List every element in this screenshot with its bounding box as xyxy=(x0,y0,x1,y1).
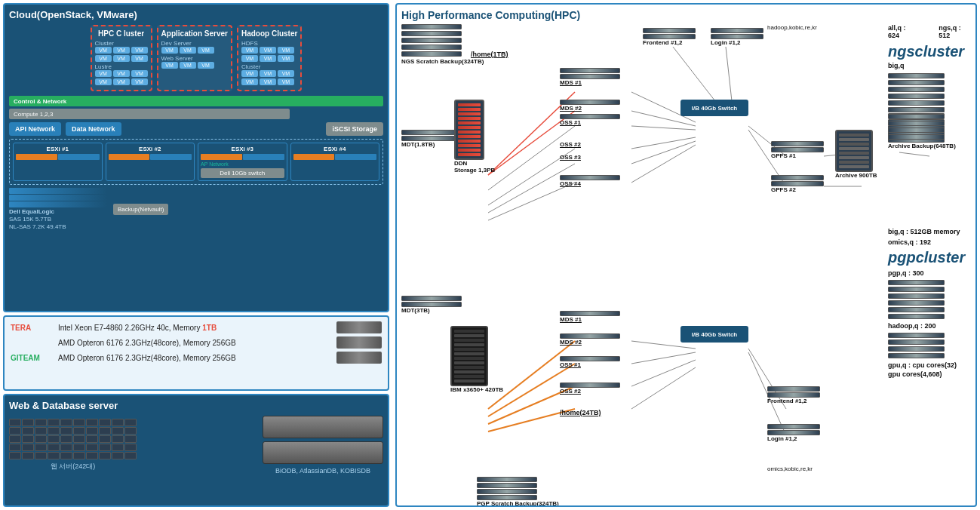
rack-unit xyxy=(458,112,481,115)
svg-line-25 xyxy=(631,360,696,386)
mdt3tb-server xyxy=(401,296,462,307)
mds2-bot-label: MDS #2 xyxy=(560,339,620,346)
rack-unit xyxy=(454,366,484,369)
server-unit xyxy=(124,427,137,435)
frontend-label: Frontend #1,2 xyxy=(643,39,696,46)
cluster-boxes-row: HPC C luster Cluster VM VM VM VM VM VM L… xyxy=(9,25,383,91)
vm-grid-app1: VM VM VM xyxy=(161,47,228,54)
rack-unit xyxy=(458,140,481,143)
server-unit xyxy=(48,435,60,443)
db-server-image-2 xyxy=(263,441,383,464)
rack-unit xyxy=(839,165,869,168)
server-image-1 xyxy=(336,321,382,333)
gpfs2-label: GPFS #2 xyxy=(771,186,824,193)
esxi-1-label: ESXi #1 xyxy=(16,146,100,152)
login-bot-label: Login #1,2 xyxy=(767,435,820,442)
server-bar xyxy=(477,483,537,488)
server-unit xyxy=(73,435,85,443)
server-bar xyxy=(401,31,462,36)
server-unit xyxy=(112,452,124,459)
vm-cell: VM xyxy=(131,55,148,62)
storage-unit: Dell EqualLogic SAS 15K 5.7TB NL-SAS 7.2… xyxy=(9,188,107,230)
server-unit xyxy=(73,444,85,451)
vm-grid-app2: VM VM VM xyxy=(161,62,228,69)
spec-label-empty: - xyxy=(11,339,52,347)
vm-cell: VM xyxy=(161,47,178,54)
ibm-storage: IBM x3650+ 420TB xyxy=(450,326,503,393)
spec-text-2: AMD Opteron 6176 2.3GHz(48core), Memory … xyxy=(58,339,330,347)
app-server-box: Application Server Dev Server VM VM VM W… xyxy=(157,25,232,91)
server-bar xyxy=(711,28,763,33)
api-data-row: API Network Data Network iSCSI Storage xyxy=(9,122,383,136)
server-unit xyxy=(73,427,85,435)
mds2-bot-server xyxy=(560,333,620,339)
server-bar xyxy=(888,100,945,106)
server-bar xyxy=(888,353,945,358)
cloud-title: Cloud(OpenStack, VMware) xyxy=(9,9,383,20)
server-bar xyxy=(560,333,620,339)
rack-unit xyxy=(454,379,484,382)
ib-switch-bot: I/B 40Gb Switch xyxy=(680,326,748,343)
esxi-4-inner xyxy=(293,154,377,160)
iscsi-storage-box: iSCSI Storage xyxy=(326,122,383,136)
queue-top-labels: all,q : 624 ngs,q : 512 xyxy=(888,24,971,39)
vm-cell: VM xyxy=(95,47,112,54)
server-bar xyxy=(888,134,945,140)
frontend-bot-label: Frontend #1,2 xyxy=(767,398,820,404)
pgp-scratch-label: PGP Scratch Backup(324TB) xyxy=(477,500,559,507)
right-panel: High Performance Computing(HPC) xyxy=(395,3,977,507)
rack-unit xyxy=(458,103,481,106)
pgpcluster-area: big,q : 512GB memory omics,q : 192 pgpcl… xyxy=(888,228,965,378)
server-bar xyxy=(401,45,462,50)
mds2-server xyxy=(560,100,620,105)
server-bar xyxy=(401,302,462,307)
server-unit xyxy=(60,419,72,426)
server-bar xyxy=(477,477,537,482)
vm-cell: VM xyxy=(198,47,214,54)
server-unit xyxy=(9,419,21,426)
mds2-label: MDS #2 xyxy=(560,105,620,112)
server-unit xyxy=(48,444,60,451)
esxi-box-2: ESXi #2 xyxy=(106,143,195,181)
rack-unit xyxy=(839,134,869,137)
archive-900-label: Archive 900TB xyxy=(835,172,877,179)
omics-q-label: omics,q : 192 xyxy=(888,238,965,246)
esxi-2-inner xyxy=(109,154,192,160)
server-unit xyxy=(73,419,85,426)
vm-cell: VM xyxy=(241,55,258,62)
svg-line-10 xyxy=(631,141,696,164)
ngscluster-name: ngscluster xyxy=(888,43,971,60)
dell-switch-label: Dell 10Gb switch xyxy=(220,170,265,177)
server-bar xyxy=(888,87,945,92)
rack-unit xyxy=(454,361,484,364)
queue-top-right: all,q : 624 ngs,q : 512 ngscluster big,q xyxy=(888,24,971,140)
spec-row-2: - AMD Opteron 6176 2.3GHz(48core), Memor… xyxy=(11,336,382,349)
giteam-label: GITEAM xyxy=(11,354,52,362)
server-unit xyxy=(112,444,124,451)
server-unit xyxy=(99,427,111,435)
esxi-box-1: ESXi #1 xyxy=(13,143,103,181)
vm-grid-hadoop2: VM VM VM VM VM VM xyxy=(241,70,297,85)
hadoop-server-racks xyxy=(888,333,965,358)
server-unit xyxy=(124,444,137,451)
vm-cell: VM xyxy=(198,62,214,69)
server-bar xyxy=(888,80,945,85)
rack-unit xyxy=(454,352,484,355)
rack-unit xyxy=(458,153,481,156)
esxi-1-inner xyxy=(16,154,100,160)
vm-cell: VM xyxy=(278,55,294,62)
rack-unit xyxy=(839,138,869,141)
storage-bar xyxy=(9,201,107,207)
svg-line-4 xyxy=(488,164,575,213)
cloud-section: Cloud(OpenStack, VMware) HPC C luster Cl… xyxy=(3,3,389,312)
server-bar xyxy=(560,175,620,180)
server-unit xyxy=(99,444,111,451)
svg-line-26 xyxy=(631,367,696,409)
oss2-bot: OSS #2 xyxy=(560,382,620,395)
ib-switch-label-top: I/B 40Gb Switch xyxy=(692,105,737,112)
vm-cell: VM xyxy=(113,70,130,77)
server-unit xyxy=(86,452,98,459)
rack-unit xyxy=(458,121,481,124)
vm-cell: VM xyxy=(260,70,276,77)
server-bar xyxy=(643,34,696,39)
